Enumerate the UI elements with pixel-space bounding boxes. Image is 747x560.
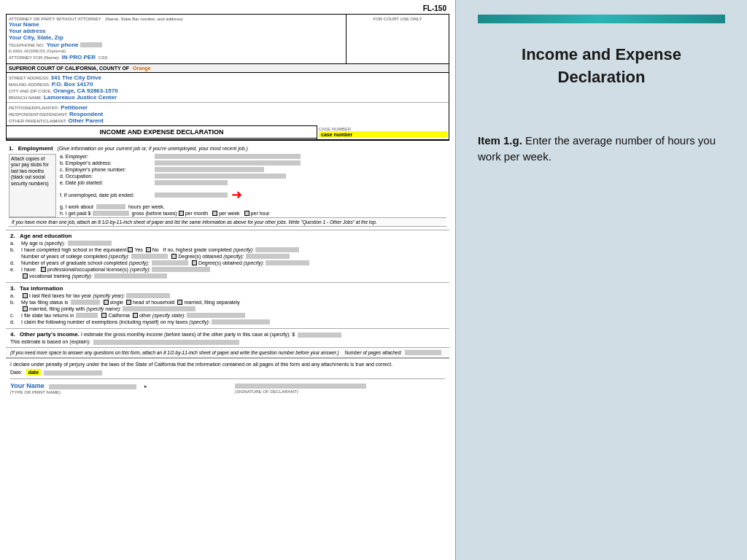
employment-title: Employment [18,145,53,152]
age-education-section: 2. Age and education a. My age is (speci… [6,230,449,282]
state-input[interactable] [76,313,98,318]
per-month-checkbox[interactable] [179,211,184,216]
age-item-b: b. I have completed high school or the e… [10,247,445,252]
your-name: Your Name [10,382,44,389]
tax-item-a: a. I last filed taxes for tax year (spec… [10,293,445,298]
hours-input[interactable] [96,204,125,209]
employer-phone-input[interactable] [155,167,264,172]
mfj-checkbox[interactable] [23,306,28,311]
tax-section: 3. Tax information a. I last filed taxes… [6,282,449,328]
teal-accent-bar [478,15,725,23]
grad-degree-input[interactable] [266,260,309,265]
county: Orange [133,66,151,71]
single-checkbox[interactable] [104,300,109,305]
date-ended-input[interactable] [155,192,228,198]
occupation-field: d. Occupation: [60,174,446,179]
employer-address-input[interactable] [155,160,301,166]
license-input[interactable] [152,267,210,272]
filing-status-input[interactable] [71,300,100,305]
grad-degree-checkbox[interactable] [192,260,197,265]
tax-year-checkbox[interactable] [23,293,28,298]
date-ended-field: f. If unemployed, date job ended: ➜ [60,187,446,203]
footer-note: (If you need more space to answer any qu… [6,347,449,359]
tax-item-c: c. I file state tax returns in Californi… [10,313,445,318]
hours-field: g. I work about hours per week. [60,204,446,209]
other-state-checkbox[interactable] [133,313,138,318]
hoh-checkbox[interactable] [126,300,131,305]
arrow-icon: ➜ [231,187,242,203]
age-item-d: d. Number of years of graduate school co… [10,260,445,265]
signature-label: (SIGNATURE OF DECLARANT) [235,389,445,394]
header-top: ATTORNEY OR PARTY WITHOUT ATTORNEY (Name… [7,15,449,64]
date-value: date [26,369,41,376]
mfs-checkbox[interactable] [177,300,182,305]
employer-input[interactable] [155,154,301,159]
tax-year-input[interactable] [126,293,170,298]
case-number: case number [319,131,447,138]
attorney-name: Your Name [9,21,344,28]
right-panel: Income and Expense Declaration Item 1.g.… [456,0,747,560]
pay-field: h. I get paid $ gross (before taxes) per… [60,211,446,216]
highest-grade-input[interactable] [255,247,299,252]
employment-note: If you have more than one job, attach an… [9,217,446,227]
college-years-input[interactable] [131,254,168,259]
other-income-input[interactable] [298,332,341,338]
spouse-name-input[interactable] [123,306,196,311]
hs-no-checkbox[interactable] [146,247,151,252]
declaration-text: I declare under penalty of perjury under… [10,362,445,367]
hs-yes-checkbox[interactable] [128,247,133,252]
header-left: ATTORNEY OR PARTY WITHOUT ATTORNEY (Name… [7,15,347,63]
form-title-area: INCOME AND EXPENSE DECLARATION [7,125,317,139]
degree-checkbox[interactable] [171,254,177,259]
grad-years-input[interactable] [152,260,188,265]
per-week-checkbox[interactable] [212,211,217,216]
pay-input[interactable] [93,211,129,216]
tax-item-b2: married, filing jointly with (specify na… [10,306,445,311]
name-area: Your Name ► (TYPE OR PRINT NAME) [10,382,220,394]
item-label: Item 1.g. [478,134,522,147]
date-started-field: e. Date job started: [60,180,446,185]
case-number-area: CASE NUMBER case number [317,125,449,139]
attach-note: Attach copies of your pay stubs for last… [9,154,56,217]
date-row: Date: date [10,370,445,376]
explain-input[interactable] [93,340,239,345]
court-address: STREET ADDRESS: 341 The City Drive MAILI… [7,73,449,102]
age-item-e2: vocational training (specify): [21,273,445,279]
form-panel: FL-150 ATTORNEY OR PARTY WITHOUT ATTORNE… [0,0,456,560]
employment-hint: (Give information on your current job or… [58,146,248,151]
other-state-input[interactable] [187,313,245,318]
date-started-input[interactable] [155,180,228,185]
employer-field: a. Employer: [60,154,446,159]
attorney-address: Your address [9,28,344,34]
title-case-row: INCOME AND EXPENSE DECLARATION CASE NUMB… [7,125,449,140]
ca-checkbox[interactable] [101,313,107,318]
court-use-only: FOR COURT USE ONLY [347,15,449,63]
type-print-label: (TYPE OR PRINT NAME) [10,390,220,394]
occupation-input[interactable] [155,174,286,179]
phone-input-box [80,42,102,47]
date-input[interactable] [44,370,102,376]
form-title: INCOME AND EXPENSE DECLARATION [7,125,317,139]
exemptions-input[interactable] [212,319,270,324]
license-checkbox[interactable] [41,267,46,272]
court-header: SUPERIOR COURT OF CALIFORNIA, COUNTY OF … [7,64,449,73]
signature-row: Your Name ► (TYPE OR PRINT NAME) (SIGNAT… [10,378,445,394]
other-income-text: 4. Other party's income. I estimate the … [10,331,445,338]
degree-input[interactable] [246,254,290,259]
attorney-for-row: ATTORNEY FOR (Name): IN PRO PER CSS [9,53,344,61]
signature-input[interactable] [235,384,366,389]
form-content: FL-150 ATTORNEY OR PARTY WITHOUT ATTORNE… [0,0,455,400]
pages-attached-input[interactable] [405,350,441,355]
age-input[interactable] [68,241,112,246]
tax-title: 3. Tax information [10,285,445,292]
phone-row: TELEPHONE NO: Your phone [9,41,344,49]
employer-address-field: b. Employer's address: [60,160,446,166]
voc-checkbox[interactable] [23,273,28,279]
in-pro-per: IN PRO PER [62,54,96,61]
per-hour-checkbox[interactable] [244,211,249,216]
attorney-city: Your City, State, Zip [9,34,344,41]
signature-area: (SIGNATURE OF DECLARANT) [235,383,445,394]
voc-input[interactable] [94,273,167,279]
name-input[interactable] [49,384,136,389]
age-item-c: Number of years of college completed (sp… [10,254,445,259]
